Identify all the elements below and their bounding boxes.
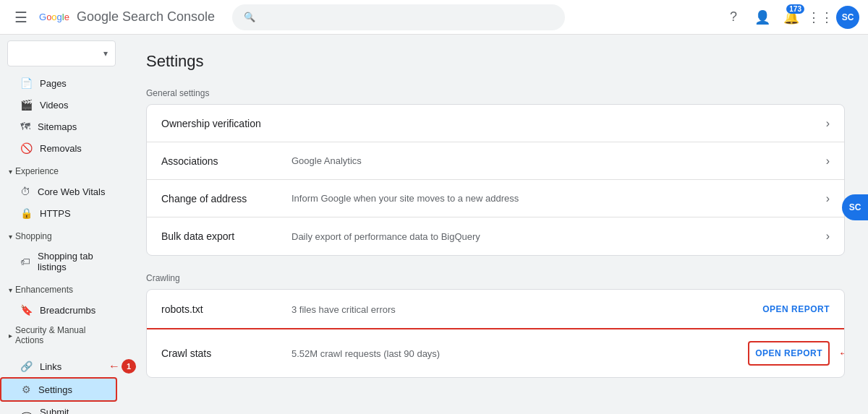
crawling-card: robots.txt 3 files have critical errors … xyxy=(146,289,845,378)
change-address-chevron-icon: › xyxy=(826,192,830,205)
pages-icon: 📄 xyxy=(20,77,33,89)
sidebar-item-pages[interactable]: 📄 Pages xyxy=(0,72,114,94)
enhancements-label: Enhancements xyxy=(15,285,73,295)
change-address-desc: Inform Google when your site moves to a … xyxy=(292,193,826,204)
change-address-action: › xyxy=(826,192,830,205)
sidebar-item-https[interactable]: 🔒 HTTPS xyxy=(0,202,114,224)
crawl-stats-action[interactable]: OPEN REPORT ← 3 xyxy=(748,341,830,366)
ownership-verification-row[interactable]: Ownership verification › xyxy=(147,105,844,142)
security-label: Security & Manual Actions xyxy=(15,325,114,345)
help-icon[interactable]: ? xyxy=(720,4,746,30)
sidebar-label-links: Links xyxy=(40,361,61,372)
section-enhancements: ▾ Enhancements 🔖 Breadcrumbs xyxy=(0,280,123,321)
robots-txt-row[interactable]: robots.txt 3 files have critical errors … xyxy=(147,290,844,329)
core-web-vitals-icon: ⏱ xyxy=(20,186,30,197)
crawl-stats-open-report-btn[interactable]: OPEN REPORT xyxy=(755,345,822,361)
avatar[interactable]: SC xyxy=(836,6,859,29)
crawl-stats-row[interactable]: Crawl stats 5.52M crawl requests (last 9… xyxy=(147,329,844,377)
general-settings-label: General settings xyxy=(146,88,845,98)
enhancements-header[interactable]: ▾ Enhancements xyxy=(0,280,123,299)
sidebar-item-breadcrumbs[interactable]: 🔖 Breadcrumbs xyxy=(0,299,114,321)
sidebar-label-pages: Pages xyxy=(40,78,67,89)
robots-txt-desc: 3 files have critical errors xyxy=(292,304,762,315)
ownership-action: › xyxy=(826,117,830,130)
breadcrumbs-icon: 🔖 xyxy=(20,304,33,316)
associations-label: Associations xyxy=(161,155,292,167)
https-icon: 🔒 xyxy=(20,207,33,219)
sidebar-item-feedback[interactable]: 💬 Submit feedback xyxy=(0,402,114,414)
sidebar-item-core-web-vitals[interactable]: ⏱ Core Web Vitals xyxy=(0,181,114,202)
crawling-label: Crawling xyxy=(146,273,845,283)
robots-txt-label: robots.txt xyxy=(161,303,292,315)
general-settings-card: Ownership verification › Associations Go… xyxy=(146,104,845,256)
sidebar-label-videos: Videos xyxy=(40,100,69,111)
bulk-data-label: Bulk data export xyxy=(161,230,292,242)
associations-row[interactable]: Associations Google Analytics › xyxy=(147,142,844,180)
sidebar-item-removals[interactable]: 🚫 Removals xyxy=(0,137,114,159)
shopping-chevron-icon: ▾ xyxy=(9,233,12,241)
sidebar: ▾ 📄 Pages 🎬 Videos 🗺 Sitemaps 🚫 Removals… xyxy=(0,35,123,414)
chevron-down-icon: ▾ xyxy=(103,48,108,59)
search-bar[interactable]: 🔍 xyxy=(232,4,565,30)
chevron-right-icon: › xyxy=(826,117,830,130)
user-accounts-icon[interactable]: 👤 xyxy=(749,4,775,30)
bulk-data-desc: Daily export of performance data to BigQ… xyxy=(292,231,826,242)
security-chevron-icon: ▸ xyxy=(9,332,12,340)
notifications-badge: 173 xyxy=(786,4,804,14)
app-title: Google Search Console xyxy=(77,9,215,25)
sidebar-item-sitemaps[interactable]: 🗺 Sitemaps xyxy=(0,116,114,137)
links-icon: 🔗 xyxy=(20,361,33,372)
sidebar-label-settings: Settings xyxy=(38,384,72,395)
notifications-wrapper[interactable]: 🔔 173 xyxy=(778,4,804,30)
sc-bubble[interactable]: SC xyxy=(842,194,868,220)
topnav: ☰ Google Google Search Console 🔍 ? 👤 🔔 1… xyxy=(0,0,868,35)
sidebar-item-settings[interactable]: ⚙ Settings xyxy=(0,377,117,402)
security-header[interactable]: ▸ Security & Manual Actions xyxy=(0,321,123,350)
associations-desc: Google Analytics xyxy=(292,155,826,166)
search-input[interactable] xyxy=(261,12,553,23)
crawl-stats-desc: 5.52M crawl requests (last 90 days) xyxy=(292,348,748,359)
main-content: Settings General settings Ownership veri… xyxy=(123,35,868,414)
change-address-label: Change of address xyxy=(161,193,292,204)
property-selector[interactable]: ▾ xyxy=(7,40,116,66)
sidebar-label-https: HTTPS xyxy=(40,208,71,219)
sidebar-label-shopping-tab: Shopping tab listings xyxy=(38,251,106,272)
apps-icon[interactable]: ⋮⋮ xyxy=(807,4,833,30)
sitemaps-icon: 🗺 xyxy=(20,121,30,132)
shopping-tab-icon: 🏷 xyxy=(20,256,30,267)
logo: Google Google Search Console xyxy=(39,9,215,25)
robots-txt-action[interactable]: OPEN REPORT xyxy=(762,301,830,317)
sidebar-label-breadcrumbs: Breadcrumbs xyxy=(40,305,95,316)
search-icon: 🔍 xyxy=(244,12,255,22)
videos-icon: 🎬 xyxy=(20,99,33,111)
menu-button[interactable]: ☰ xyxy=(9,3,33,32)
settings-icon: ⚙ xyxy=(22,384,31,395)
shopping-header[interactable]: ▾ Shopping xyxy=(0,227,123,246)
sidebar-label-feedback: Submit feedback xyxy=(40,407,106,414)
robots-open-report-btn[interactable]: OPEN REPORT xyxy=(762,301,830,317)
bulk-data-chevron-icon: › xyxy=(826,230,830,243)
experience-label: Experience xyxy=(15,166,59,176)
associations-action: › xyxy=(826,155,830,168)
change-address-row[interactable]: Change of address Inform Google when you… xyxy=(147,180,844,217)
crawl-stats-label: Crawl stats xyxy=(161,348,292,359)
experience-header[interactable]: ▾ Experience xyxy=(0,162,123,181)
sidebar-label-removals: Removals xyxy=(40,143,82,154)
google-logo: Google xyxy=(39,12,69,22)
sidebar-label-cwv: Core Web Vitals xyxy=(38,186,105,197)
experience-chevron-icon: ▾ xyxy=(9,168,12,176)
sidebar-item-videos[interactable]: 🎬 Videos xyxy=(0,94,114,116)
section-shopping: ▾ Shopping 🏷 Shopping tab listings xyxy=(0,227,123,277)
shopping-label: Shopping xyxy=(15,231,52,241)
app-layout: ▾ 📄 Pages 🎬 Videos 🗺 Sitemaps 🚫 Removals… xyxy=(0,0,868,414)
sidebar-label-sitemaps: Sitemaps xyxy=(38,121,77,132)
page-title: Settings xyxy=(146,52,845,71)
sidebar-item-links[interactable]: 🔗 Links ← 1 xyxy=(0,355,114,377)
removals-icon: 🚫 xyxy=(20,142,33,154)
enhancements-chevron-icon: ▾ xyxy=(9,286,12,294)
bulk-data-row[interactable]: Bulk data export Daily export of perform… xyxy=(147,217,844,255)
section-experience: ▾ Experience ⏱ Core Web Vitals 🔒 HTTPS xyxy=(0,162,123,224)
associations-chevron-icon: › xyxy=(826,155,830,168)
sidebar-item-shopping-tab[interactable]: 🏷 Shopping tab listings xyxy=(0,246,114,277)
bulk-data-action: › xyxy=(826,230,830,243)
